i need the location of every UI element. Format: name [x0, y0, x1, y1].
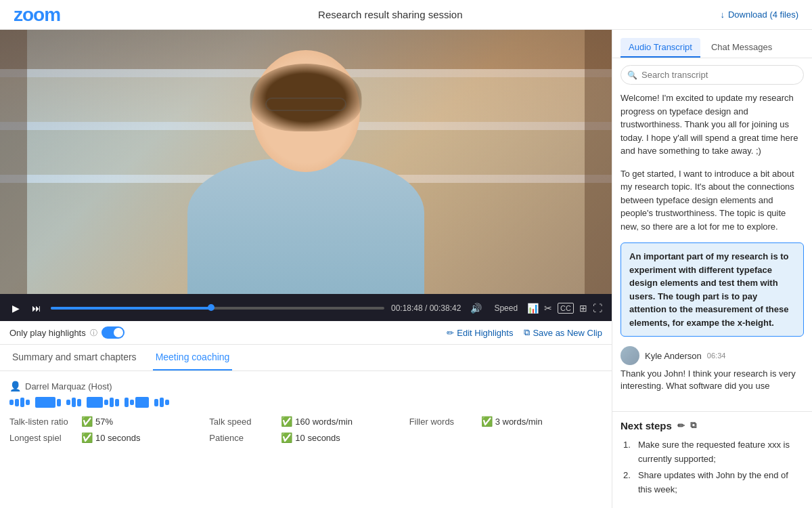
dot: [104, 400, 108, 405]
avatar: [621, 346, 639, 365]
timeline-dots: [9, 397, 602, 408]
coaching-area: 👤 Darrel Marquaz (Host): [0, 371, 612, 508]
below-video-bar: Only play highlights ⓘ ✏ Edit Highlights…: [0, 321, 612, 345]
tab-chat-messages[interactable]: Chat Messages: [703, 38, 780, 58]
transcript-highlighted: An important part of my research is to e…: [621, 242, 804, 337]
metric-value: ✅ 10 seconds: [81, 432, 141, 443]
play-button[interactable]: ▶: [9, 301, 22, 315]
next-steps-header: Next steps ✏ ⧉: [621, 420, 804, 431]
step-text: Share updates with John by the end of th…: [638, 469, 804, 497]
check-icon: ✅: [81, 432, 93, 443]
video-frame: [0, 30, 612, 294]
next-steps-list: 1. Make sure the requested feature xxx i…: [621, 438, 804, 497]
app-header: zoom Research result sharing session ↓ D…: [0, 0, 812, 30]
edit-highlights-label: Edit Highlights: [457, 328, 513, 338]
tab-audio-transcript[interactable]: Audio Transcript: [621, 38, 700, 58]
transcript-tabs: Audio Transcript Chat Messages: [612, 30, 812, 58]
dot: [154, 399, 158, 406]
save-clip-button[interactable]: ⧉ Save as New Clip: [524, 327, 602, 338]
host-name: Darrel Marquaz (Host): [25, 381, 112, 391]
left-panel: ▶ ⏭ 00:18:48 / 00:38:42 🔊 Speed 📊 ✂ CC: [0, 30, 612, 508]
chat-timestamp: 06:34: [707, 352, 726, 360]
dot: [110, 398, 114, 407]
next-steps-panel: Next steps ✏ ⧉ 1. Make sure the requeste…: [612, 411, 812, 508]
person-shirt: [187, 158, 424, 294]
search-input[interactable]: [621, 65, 804, 85]
save-clip-label: Save as New Clip: [533, 328, 602, 338]
bars-icon[interactable]: 📊: [527, 303, 539, 314]
dot: [26, 400, 30, 405]
progress-bar[interactable]: [51, 307, 384, 310]
chat-username: Kyle Anderson: [645, 351, 702, 361]
metric-talk-speed: Talk speed ✅ 160 words/min: [209, 416, 402, 427]
speed-button[interactable]: Speed: [491, 303, 520, 313]
time-display: 00:18:48 / 00:38:42: [391, 303, 461, 313]
edit-next-steps-icon[interactable]: ✏: [677, 421, 685, 431]
dot-gap: [150, 398, 153, 407]
metric-value: ✅ 10 seconds: [281, 432, 340, 443]
ctrl-icons: 📊 ✂ CC ⊞ ⛶: [527, 303, 602, 314]
transcript-para-1: Welcome! I'm excited to update my resear…: [621, 91, 804, 158]
metric-label: Talk speed: [209, 417, 277, 427]
next-step-1: 1. Make sure the requested feature xxx i…: [623, 438, 804, 467]
download-label: Download (4 files): [728, 9, 798, 20]
dot: [15, 399, 19, 406]
metric-label: Filler words: [409, 417, 477, 427]
metric-value: ✅ 57%: [81, 416, 113, 427]
chat-user-row: Kyle Anderson 06:34: [621, 346, 804, 365]
search-box: 🔍: [621, 65, 804, 85]
dot: [77, 399, 81, 406]
dot: [20, 398, 24, 407]
step-number: 1.: [623, 438, 634, 467]
dot: [125, 398, 129, 407]
right-panel: Audio Transcript Chat Messages 🔍 Welcome…: [612, 30, 812, 508]
current-time: 00:18:48: [391, 303, 423, 313]
highlights-switch[interactable]: [102, 326, 125, 339]
dot: [9, 400, 14, 405]
tab-summary[interactable]: Summary and smart chapters: [9, 345, 139, 371]
metrics-grid: Talk-listen ratio ✅ 57% Talk speed ✅ 160…: [9, 416, 602, 443]
search-icon: 🔍: [627, 70, 637, 80]
check-icon: ✅: [281, 416, 292, 427]
step-text: Make sure the requested feature xxx is c…: [638, 438, 804, 467]
scissors-icon[interactable]: ✂: [544, 303, 552, 314]
zoom-logo: zoom: [14, 4, 60, 26]
progress-fill: [51, 307, 211, 310]
captions-icon[interactable]: CC: [558, 303, 574, 314]
video-controls: ▶ ⏭ 00:18:48 / 00:38:42 🔊 Speed 📊 ✂ CC: [0, 294, 612, 321]
metric-value: ✅ 3 words/min: [481, 416, 543, 427]
copy-icon: ⧉: [524, 327, 530, 338]
metric-label: Longest spiel: [9, 433, 77, 443]
dot-gap: [120, 398, 123, 407]
dot: [135, 397, 149, 408]
fullscreen-icon[interactable]: ⛶: [593, 303, 602, 314]
dot: [57, 399, 61, 406]
volume-button[interactable]: 🔊: [468, 301, 484, 315]
check-icon: ✅: [81, 416, 93, 427]
dot-gap: [83, 398, 85, 407]
metric-patience: Patience ✅ 10 seconds: [209, 432, 402, 443]
dot: [130, 400, 134, 405]
highlights-label: Only play highlights: [9, 328, 86, 338]
highlights-toggle: Only play highlights ⓘ: [9, 326, 125, 339]
info-icon[interactable]: ⓘ: [90, 328, 97, 338]
grid-icon[interactable]: ⊞: [579, 303, 587, 314]
tab-coaching[interactable]: Meeting coaching: [153, 345, 233, 371]
video-container: ▶ ⏭ 00:18:48 / 00:38:42 🔊 Speed 📊 ✂ CC: [0, 30, 612, 321]
metric-value: ✅ 160 words/min: [281, 416, 353, 427]
chat-text: Thank you John! I think your research is…: [621, 368, 804, 392]
chat-message: Kyle Anderson 06:34 Thank you John! I th…: [621, 346, 804, 392]
dot: [115, 399, 119, 406]
edit-highlights-button[interactable]: ✏ Edit Highlights: [447, 327, 513, 338]
next-step-2: 2. Share updates with John by the end of…: [623, 469, 804, 497]
check-icon: ✅: [281, 432, 292, 443]
person-head: [252, 50, 360, 172]
skip-button[interactable]: ⏭: [29, 301, 44, 315]
progress-dot: [208, 304, 215, 311]
download-button[interactable]: ↓ Download (4 files): [720, 9, 798, 20]
bottom-tabs: Summary and smart chapters Meeting coach…: [0, 345, 612, 371]
dot: [35, 397, 55, 408]
metric-label: Patience: [209, 433, 277, 443]
copy-next-steps-icon[interactable]: ⧉: [690, 420, 696, 431]
transcript-content: Welcome! I'm excited to update my resear…: [612, 91, 812, 411]
